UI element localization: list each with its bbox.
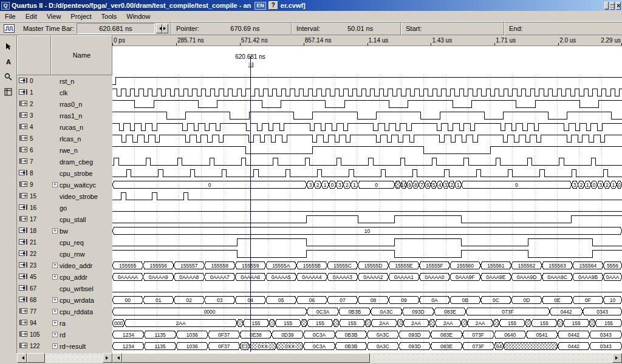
menu-edit[interactable]: Edit — [21, 12, 42, 21]
minimize-button[interactable]: _ — [604, 2, 609, 10]
signal-row-dram_cbeg[interactable]: 7dram_cbeg — [17, 156, 112, 167]
wave-cpu_strobe[interactable] — [112, 170, 622, 177]
signal-row-cpu_strobe[interactable]: 8cpu_strobe — [17, 167, 112, 179]
signal-row-cpu_wrbsel[interactable]: 67cpu_wrbsel — [17, 283, 112, 294]
menu-view[interactable]: View — [42, 12, 66, 21]
expand-icon[interactable]: + — [52, 320, 58, 326]
svg-text:0AAA9F: 0AAA9F — [456, 274, 475, 280]
close-button[interactable]: × — [616, 2, 621, 10]
wave-bw[interactable]: 10 — [112, 228, 622, 235]
wave-rras0_n[interactable] — [112, 101, 622, 108]
waveform-editor-icon[interactable] — [2, 23, 16, 34]
expand-icon[interactable]: + — [52, 263, 58, 268]
wave-rd~result[interactable]: 1234113510360F37E30XX0XX0C3A0B3B0A3C093D… — [112, 343, 622, 350]
wave-video_strobe[interactable] — [112, 193, 622, 200]
waveform-scrollbar[interactable] — [112, 353, 622, 363]
help-button[interactable]: ? — [268, 1, 278, 10]
wave-cpu_wrdata[interactable]: 000102030405060708090A0B0C0D0E0F10 — [112, 297, 622, 304]
scrollbar-track[interactable] — [370, 353, 612, 363]
out-pin-icon — [19, 308, 28, 315]
wave-cpu_rddata[interactable]: 00000C3A0B3B0A3C093D083E073F04420343 — [112, 308, 622, 315]
signal-name-cell: cpu_stall — [51, 216, 112, 223]
restore-button[interactable]: □ — [610, 2, 615, 10]
signal-row-rlcas_n[interactable]: 5rlcas_n — [17, 133, 112, 144]
fit-view-icon[interactable] — [2, 86, 15, 98]
wave-rd[interactable]: 1234113510360F370E380D390C3A0B3B0A3C093D… — [112, 331, 622, 339]
waveform-canvas[interactable]: 0321032101098765432103210321010155555155… — [112, 75, 622, 352]
expand-icon[interactable]: + — [52, 274, 58, 280]
scroll-right-icon[interactable] — [103, 353, 112, 363]
time-tick-label: 1.14 us — [369, 37, 389, 44]
menu-tools[interactable]: Tools — [97, 12, 122, 21]
wave-clk[interactable] — [112, 89, 622, 96]
signal-row-rwe_n[interactable]: 6rwe_n — [17, 144, 112, 156]
expand-icon[interactable]: + — [52, 343, 58, 349]
wave-rwe_n[interactable] — [112, 147, 622, 154]
wave-rras1_n[interactable] — [112, 112, 622, 120]
end-value[interactable] — [525, 27, 620, 30]
in-pin-icon — [19, 250, 28, 258]
signal-row-clk[interactable]: 1clk — [17, 87, 112, 98]
signal-row-rras0_n[interactable]: 2rras0_n — [17, 98, 112, 110]
time-bar-area[interactable]: 620.681 ns — [112, 46, 622, 75]
expand-icon[interactable]: + — [52, 297, 58, 303]
wave-cpu_stall[interactable] — [112, 216, 622, 223]
spin-left-icon[interactable] — [156, 24, 162, 33]
scroll-left-icon[interactable] — [17, 353, 27, 363]
signal-row-bw[interactable]: 18+bw — [17, 225, 112, 237]
spin-right-icon[interactable] — [162, 24, 168, 33]
scroll-left-icon[interactable] — [112, 353, 122, 363]
signal-row-video_addr[interactable]: 23+video_addr — [17, 260, 112, 271]
signal-row-rd[interactable]: 105+rd — [17, 329, 112, 340]
title-bar[interactable]: Q Quartus II - D:/d/pentevo/fpga/_ver0.0… — [0, 0, 622, 11]
zoom-tool-icon[interactable] — [2, 70, 15, 83]
start-value[interactable] — [424, 27, 501, 30]
time-scale-ruler[interactable]: 0 ps285.71 ns571.42 ns857.14 ns1.14 us1.… — [112, 35, 622, 46]
scrollbar-track[interactable] — [45, 353, 103, 363]
wave-video_addr[interactable]: 15555515555615555715555815555915555A1555… — [112, 262, 622, 269]
signal-row-cpu_rnw[interactable]: 22cpu_rnw — [17, 248, 112, 260]
wave-dram_cbeg[interactable] — [112, 158, 622, 166]
master-time-value[interactable]: 620.681 ns — [77, 23, 155, 34]
signal-row-cpu_addr[interactable]: 45+cpu_addr — [17, 271, 112, 283]
expand-icon[interactable]: + — [52, 228, 58, 234]
wave-cpu_addr[interactable]: 0AAAAA0AAAA90AAAA80AAAA70AAAA60AAAA50AAA… — [112, 274, 622, 281]
scrollbar-thumb[interactable] — [27, 353, 45, 363]
menu-file[interactable]: File — [0, 12, 21, 21]
language-indicator-badge[interactable]: EN — [255, 2, 266, 10]
signal-row-cpu_wrdata[interactable]: 68+cpu_wrdata — [17, 294, 112, 306]
signal-row-cpu_rddata[interactable]: 77+cpu_rddata — [17, 306, 112, 317]
wave-rst_n[interactable] — [112, 78, 622, 85]
wave-cpu_waitcyc[interactable]: 03210321010987654321032103210 — [112, 181, 622, 189]
text-tool-icon[interactable]: A — [2, 55, 15, 67]
expand-icon[interactable]: + — [52, 182, 58, 187]
menu-project[interactable]: Project — [66, 12, 96, 21]
time-tick-mark — [304, 43, 304, 46]
wave-cpu_rnw[interactable] — [112, 251, 622, 258]
svg-text:2: 2 — [346, 182, 349, 188]
signal-row-video_strobe[interactable]: 15video_strobe — [17, 190, 112, 202]
signal-row-cpu_stall[interactable]: 17cpu_stall — [17, 214, 112, 225]
signal-row-rst_n[interactable]: 0rst_n — [17, 75, 112, 87]
wave-rlcas_n[interactable] — [112, 135, 622, 143]
signal-row-rras1_n[interactable]: 3rras1_n — [17, 110, 112, 121]
selection-tool-icon[interactable] — [2, 40, 15, 52]
expand-icon[interactable]: + — [52, 332, 58, 337]
signal-row-rucas_n[interactable]: 4rucas_n — [17, 121, 112, 133]
wave-rucas_n[interactable] — [112, 124, 622, 131]
master-time-bar-line[interactable] — [250, 56, 251, 352]
menu-window[interactable]: Window — [121, 12, 155, 21]
wave-cpu_req[interactable] — [112, 239, 622, 246]
scrollbar-thumb[interactable] — [122, 353, 370, 363]
name-panel-scrollbar[interactable] — [17, 353, 112, 363]
wave-ra[interactable]: 0002AA1551551551552AA2AA2AA2AA1551551551… — [112, 320, 622, 327]
signal-row-cpu_req[interactable]: 21cpu_req — [17, 237, 112, 248]
expand-icon[interactable]: + — [52, 309, 58, 314]
signal-row-ra[interactable]: 94+ra — [17, 317, 112, 329]
signal-name: cpu_wrbsel — [60, 285, 94, 292]
signal-row-rd~result[interactable]: 122+rd~result — [17, 340, 112, 352]
svg-text:083E: 083E — [440, 343, 453, 349]
signal-row-cpu_waitcyc[interactable]: 9+cpu_waitcyc — [17, 179, 112, 190]
signal-row-go[interactable]: 16go — [17, 202, 112, 214]
scroll-right-icon[interactable] — [612, 353, 622, 363]
